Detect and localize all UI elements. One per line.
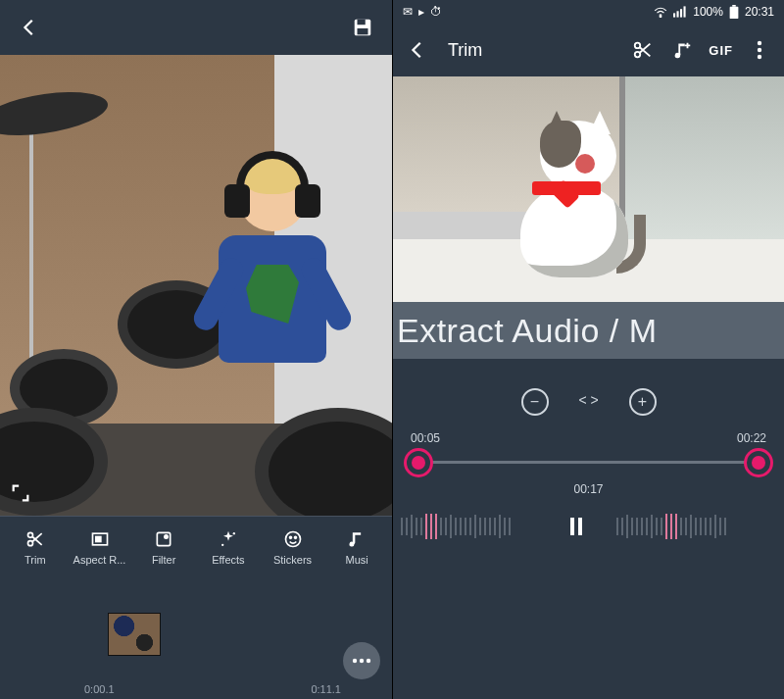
back-button[interactable] bbox=[16, 14, 43, 41]
tool-aspect-ratio[interactable]: Aspect R... bbox=[69, 524, 131, 570]
svg-point-14 bbox=[353, 659, 357, 663]
scissors-icon bbox=[632, 39, 654, 61]
svg-point-25 bbox=[635, 52, 641, 58]
video-preview[interactable] bbox=[0, 55, 392, 516]
tool-trim[interactable]: Trim bbox=[4, 524, 67, 570]
fit-icon: < > bbox=[578, 392, 598, 408]
preview-content bbox=[0, 55, 392, 516]
smiley-icon bbox=[262, 528, 324, 550]
clip-thumbnail[interactable] bbox=[108, 613, 161, 656]
svg-rect-30 bbox=[578, 518, 582, 535]
video-preview[interactable] bbox=[393, 76, 784, 302]
svg-point-10 bbox=[221, 544, 223, 546]
overflow-menu-button[interactable] bbox=[747, 37, 772, 63]
zoom-in-button[interactable]: + bbox=[629, 388, 657, 416]
svg-point-4 bbox=[27, 541, 32, 546]
pause-button[interactable] bbox=[569, 518, 609, 535]
svg-point-15 bbox=[360, 659, 364, 663]
trim-start-time: 00:05 bbox=[411, 431, 440, 445]
tool-label: Aspect R... bbox=[69, 554, 131, 566]
tool-music[interactable]: Musi bbox=[325, 524, 388, 570]
svg-rect-29 bbox=[570, 518, 574, 535]
preview-content bbox=[393, 76, 784, 302]
svg-point-28 bbox=[758, 55, 761, 59]
tool-filter[interactable]: Filter bbox=[132, 524, 195, 570]
trim-screen: ✉ ▸ ⏱ 100% 20:31 Trim bbox=[392, 0, 784, 699]
more-vert-icon bbox=[757, 40, 762, 60]
tool-label: Musi bbox=[325, 554, 388, 566]
svg-point-9 bbox=[233, 532, 235, 534]
status-clock: 20:31 bbox=[745, 5, 774, 19]
svg-rect-1 bbox=[358, 20, 366, 25]
music-plus-icon bbox=[671, 39, 693, 61]
timeline[interactable]: 0:00.1 0:11.1 bbox=[0, 574, 392, 699]
svg-point-17 bbox=[660, 16, 662, 18]
scissors-icon bbox=[4, 528, 67, 550]
back-button[interactable] bbox=[405, 37, 430, 63]
aspect-ratio-icon bbox=[69, 528, 131, 550]
svg-rect-2 bbox=[358, 28, 368, 34]
svg-point-13 bbox=[294, 536, 296, 538]
editor-screen: Trim Aspect R... Filter Effects Stickers bbox=[0, 0, 392, 699]
svg-point-27 bbox=[758, 48, 761, 52]
svg-rect-7 bbox=[158, 532, 171, 545]
notification-alarm-icon: ⏱ bbox=[430, 5, 442, 19]
status-bar: ✉ ▸ ⏱ 100% 20:31 bbox=[393, 0, 784, 24]
svg-rect-18 bbox=[673, 13, 675, 17]
pause-icon bbox=[569, 518, 583, 535]
cut-button[interactable] bbox=[630, 37, 656, 63]
trim-end-handle[interactable] bbox=[747, 451, 770, 474]
app-bar: Trim GIF bbox=[393, 24, 784, 76]
scrub-ruler-left[interactable] bbox=[401, 510, 562, 543]
scrub-ruler-right[interactable] bbox=[616, 510, 777, 543]
arrow-left-icon bbox=[19, 17, 40, 38]
trim-track[interactable] bbox=[407, 449, 770, 476]
svg-point-12 bbox=[289, 536, 291, 538]
notification-play-icon: ▸ bbox=[418, 5, 424, 19]
tool-label: Filter bbox=[132, 554, 195, 566]
wifi-icon bbox=[654, 6, 667, 18]
save-icon bbox=[352, 17, 373, 38]
svg-rect-22 bbox=[732, 5, 736, 7]
svg-point-3 bbox=[27, 532, 32, 537]
trim-start-handle[interactable] bbox=[407, 451, 430, 474]
svg-rect-21 bbox=[684, 6, 686, 17]
svg-point-26 bbox=[758, 41, 761, 45]
arrow-left-icon bbox=[407, 39, 428, 61]
plus-icon: + bbox=[638, 393, 647, 411]
add-music-button[interactable] bbox=[669, 37, 695, 63]
timeline-start-time: 0:00.1 bbox=[84, 683, 115, 695]
save-button[interactable] bbox=[349, 14, 376, 41]
page-title: Trim bbox=[448, 40, 482, 61]
tool-label: Stickers bbox=[262, 554, 324, 566]
zoom-fit-button[interactable]: < > bbox=[572, 388, 606, 412]
battery-icon bbox=[729, 5, 739, 19]
fullscreen-button[interactable] bbox=[10, 482, 33, 506]
svg-point-8 bbox=[165, 535, 168, 538]
svg-point-24 bbox=[635, 43, 641, 49]
trim-slider: 00:05 00:22 00:17 bbox=[393, 425, 784, 496]
zoom-out-button[interactable]: − bbox=[521, 388, 549, 416]
tool-label: Trim bbox=[4, 554, 67, 566]
tool-effects[interactable]: Effects bbox=[197, 524, 260, 570]
sparkle-icon bbox=[197, 528, 260, 550]
tool-row: Trim Aspect R... Filter Effects Stickers bbox=[0, 516, 392, 574]
battery-percent: 100% bbox=[693, 5, 723, 19]
gif-button[interactable]: GIF bbox=[709, 37, 733, 63]
svg-rect-19 bbox=[677, 11, 679, 17]
music-note-icon bbox=[325, 528, 388, 550]
ellipsis-icon bbox=[352, 658, 371, 664]
svg-point-11 bbox=[285, 532, 300, 547]
scrub-row bbox=[393, 496, 784, 555]
expand-icon bbox=[10, 482, 31, 504]
tool-label: Effects bbox=[197, 554, 260, 566]
svg-rect-6 bbox=[95, 537, 100, 542]
more-button[interactable] bbox=[343, 642, 380, 679]
filter-icon bbox=[132, 528, 195, 550]
notification-mail-icon: ✉ bbox=[403, 5, 413, 19]
tool-stickers[interactable]: Stickers bbox=[262, 524, 324, 570]
app-bar bbox=[0, 0, 392, 55]
zoom-controls: − < > + bbox=[393, 359, 784, 425]
signal-icon bbox=[673, 6, 687, 18]
minus-icon: − bbox=[530, 393, 539, 411]
